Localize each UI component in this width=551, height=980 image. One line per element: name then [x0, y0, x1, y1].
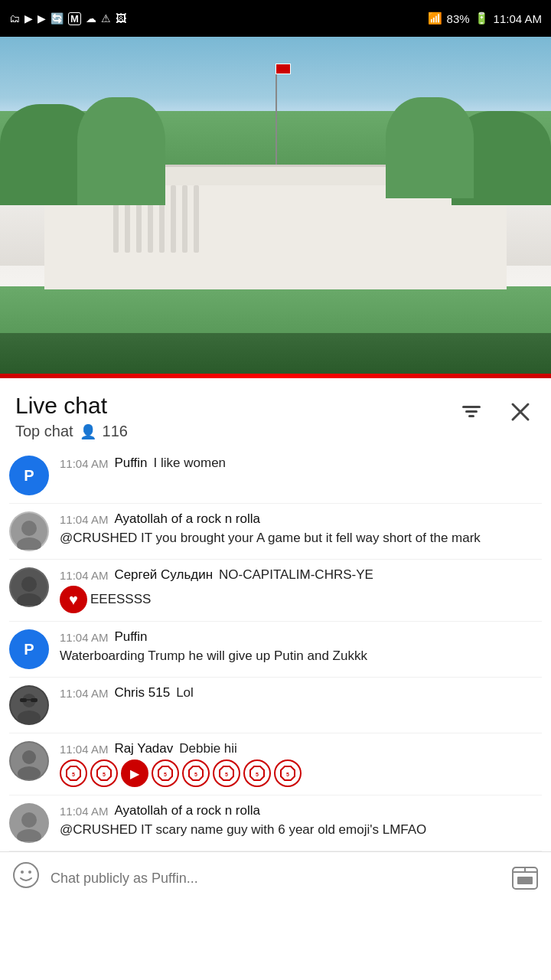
- message-time: 11:04 AM: [60, 513, 108, 526]
- send-button[interactable]: [511, 864, 539, 892]
- close-button[interactable]: [505, 397, 536, 427]
- message-meta: 11:04 AM Puffin: [60, 629, 542, 645]
- avatar: P: [9, 456, 49, 495]
- message-time: 11:04 AM: [60, 631, 108, 644]
- message-meta: 11:04 AM Сергей Сульдин NO-CAPITALIM-CHR…: [60, 567, 542, 583]
- emoji-picker-button[interactable]: [12, 861, 40, 895]
- stop-sign-emoji: 5: [60, 760, 87, 787]
- chat-title: Live chat: [15, 392, 128, 420]
- message-time: 11:04 AM: [60, 743, 108, 756]
- svg-text:5: 5: [225, 772, 228, 777]
- youtube-play-emoji: ▶: [121, 760, 148, 787]
- svg-text:5: 5: [286, 772, 289, 777]
- live-chat-panel: Live chat Top chat 👤 116: [0, 378, 551, 904]
- chat-message: P 11:04 AM Puffin I like women: [9, 448, 542, 504]
- avatar: P: [9, 629, 49, 669]
- viewer-icon: 👤: [80, 423, 96, 440]
- avatar: [9, 741, 49, 781]
- svg-text:5: 5: [194, 772, 197, 777]
- chat-message: 11:04 AM Ayatollah of a rock n rolla @CR…: [9, 504, 542, 560]
- sync-icon: 🔄: [51, 12, 64, 24]
- message-extra-text: EEESSSS: [90, 592, 151, 607]
- svg-rect-14: [20, 698, 27, 702]
- message-author: Ayatollah of a rock n rolla: [114, 803, 260, 818]
- avatar: [9, 567, 49, 607]
- message-text-inline: Lol: [176, 685, 194, 701]
- chat-messages-list: P 11:04 AM Puffin I like women: [0, 448, 551, 851]
- chat-subtitle: Top chat 👤 116: [15, 423, 128, 440]
- time-display: 11:04 AM: [494, 12, 542, 25]
- message-meta: 11:04 AM Chris 515 Lol: [60, 685, 542, 701]
- svg-point-35: [21, 812, 37, 828]
- svg-text:5: 5: [72, 772, 75, 777]
- svg-point-6: [21, 521, 37, 536]
- battery-text: 83%: [447, 12, 470, 25]
- stop-sign-emoji: 5: [182, 760, 210, 787]
- chat-message: P 11:04 AM Puffin Waterboarding Trump he…: [9, 622, 542, 678]
- svg-rect-15: [31, 698, 37, 702]
- svg-point-18: [22, 750, 36, 764]
- message-content: 11:04 AM Ayatollah of a rock n rolla @CR…: [60, 511, 542, 547]
- message-author: Сергей Сульдин: [114, 567, 213, 583]
- message-time: 11:04 AM: [60, 805, 108, 818]
- emoji-row: ♥ EEESSSS: [60, 586, 542, 613]
- message-time: 11:04 AM: [60, 569, 108, 582]
- message-content: 11:04 AM Puffin Waterboarding Trump he w…: [60, 629, 542, 665]
- stop-sign-emoji: 5: [90, 760, 118, 787]
- message-text: @CRUSHED IT you brought your A game but …: [60, 529, 542, 547]
- message-author: Raj Yadav: [114, 741, 173, 756]
- chat-header: Live chat Top chat 👤 116: [0, 378, 551, 448]
- heart-emoji: ♥: [60, 586, 87, 613]
- message-content: 11:04 AM Сергей Сульдин NO-CAPITALIM-CHR…: [60, 567, 542, 613]
- warning-icon: ⚠: [101, 12, 111, 24]
- wifi-icon: 📶: [428, 11, 442, 25]
- svg-rect-0: [462, 406, 481, 408]
- chat-text-input[interactable]: [51, 871, 500, 887]
- chat-input-bar: [0, 851, 551, 904]
- message-meta: 11:04 AM Puffin I like women: [60, 456, 542, 471]
- message-author: Ayatollah of a rock n rolla: [114, 511, 260, 527]
- message-meta: 11:04 AM Ayatollah of a rock n rolla: [60, 511, 542, 527]
- message-author: Chris 515: [114, 685, 170, 701]
- message-time: 11:04 AM: [60, 687, 108, 700]
- play-icon: ▶: [24, 12, 33, 24]
- svg-point-39: [28, 871, 31, 874]
- message-text: Waterboarding Trump he will give up Puti…: [60, 647, 542, 665]
- top-chat-label[interactable]: Top chat: [15, 423, 73, 440]
- message-meta: 11:04 AM Raj Yadav Debbie hii: [60, 741, 542, 756]
- message-content: 11:04 AM Puffin I like women: [60, 456, 542, 471]
- svg-text:5: 5: [103, 772, 106, 777]
- svg-point-38: [21, 871, 24, 874]
- m-icon: M: [68, 12, 81, 25]
- folder-icon: 🗂: [9, 12, 20, 24]
- stop-sign-emoji: 5: [274, 760, 302, 787]
- filter-button[interactable]: [456, 397, 487, 427]
- message-meta: 11:04 AM Ayatollah of a rock n rolla: [60, 803, 542, 818]
- viewer-count: 116: [103, 423, 128, 440]
- chat-message: 11:04 AM Chris 515 Lol: [9, 678, 542, 733]
- svg-rect-2: [468, 415, 474, 417]
- message-time: 11:04 AM: [60, 457, 108, 470]
- message-author: Puffin: [114, 629, 147, 645]
- emoji-badge-row: 5 5 ▶ 5 5 5: [60, 760, 542, 787]
- notification-icons: 🗂 ▶ ▶ 🔄 M ☁ ⚠ 🖼: [9, 12, 126, 25]
- image-icon: 🖼: [116, 12, 126, 24]
- chat-header-actions: [456, 392, 536, 427]
- svg-point-37: [14, 863, 38, 887]
- battery-icon: 🔋: [474, 11, 489, 25]
- stop-sign-emoji: 5: [213, 760, 240, 787]
- svg-rect-43: [517, 877, 533, 884]
- message-content: 11:04 AM Ayatollah of a rock n rolla @CR…: [60, 803, 542, 839]
- message-content: 11:04 AM Chris 515 Lol: [60, 685, 542, 701]
- svg-rect-1: [465, 410, 478, 413]
- play2-icon: ▶: [37, 12, 46, 24]
- avatar: [9, 803, 49, 843]
- svg-text:5: 5: [256, 772, 259, 777]
- video-player[interactable]: [0, 37, 551, 374]
- stop-sign-emoji: 5: [152, 760, 179, 787]
- avatar: [9, 685, 49, 725]
- svg-point-9: [21, 577, 37, 592]
- message-author: Puffin: [114, 456, 147, 471]
- chat-message: 11:04 AM Сергей Сульдин NO-CAPITALIM-CHR…: [9, 560, 542, 622]
- status-bar: 🗂 ▶ ▶ 🔄 M ☁ ⚠ 🖼 📶 83% 🔋 11:04 AM: [0, 0, 551, 37]
